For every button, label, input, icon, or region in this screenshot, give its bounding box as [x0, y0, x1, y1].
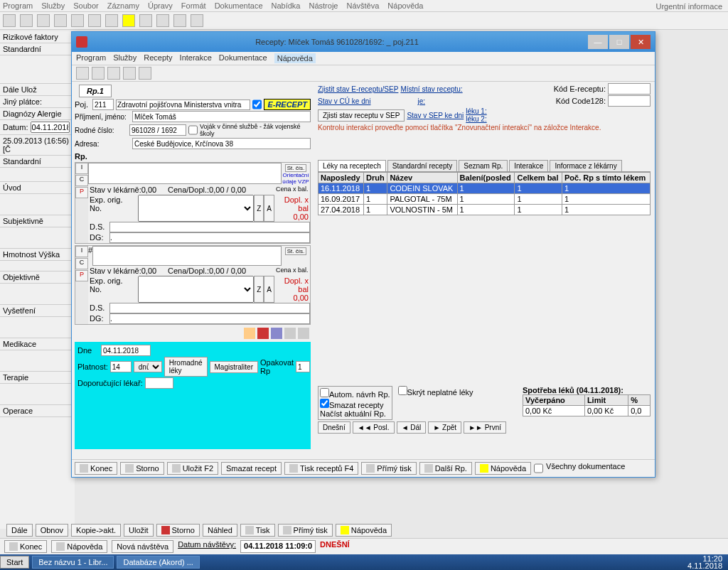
tisk-receptu-button[interactable]: Tisk receptů F4 — [284, 462, 358, 475]
stav-cu-link[interactable]: Stav v CÚ ke dni — [318, 97, 370, 105]
b-nahled[interactable]: Náhled — [203, 524, 237, 537]
col-naposledy[interactable]: Naposledy — [318, 173, 364, 183]
dmenu-interakce[interactable]: Interakce — [180, 53, 212, 63]
risk-tab[interactable]: Rizikové faktory — [0, 31, 75, 43]
b-kopie[interactable]: Kopie->akt. — [71, 524, 121, 537]
tool-icon-2[interactable] — [20, 14, 33, 27]
menu-soubor[interactable]: Soubor — [73, 1, 98, 10]
menu-sluzby[interactable]: Služby — [41, 1, 65, 10]
tool-c-icon[interactable] — [271, 328, 282, 339]
tool-d-icon[interactable] — [284, 328, 296, 339]
start-button[interactable]: Start — [0, 556, 29, 569]
primy-tisk-button[interactable]: Přímý tisk — [361, 462, 416, 475]
rp2-i-btn[interactable]: I — [75, 246, 88, 257]
rp2-drug-input[interactable] — [92, 246, 282, 266]
tool-a-icon[interactable] — [244, 328, 255, 339]
s-napoveda[interactable]: Nápověda — [51, 540, 107, 553]
smazat-check[interactable] — [320, 399, 329, 408]
obj-section[interactable]: Objektivně — [0, 271, 75, 284]
erecept-check[interactable] — [252, 99, 262, 110]
smazat-recept-button[interactable]: Smazat recept — [221, 462, 282, 475]
vojak-check[interactable] — [188, 124, 198, 136]
table-row[interactable]: 16.11.20181CODEIN SLOVAK111 — [318, 183, 651, 194]
maximize-button[interactable]: □ — [609, 35, 629, 49]
task-akord[interactable]: Databáze (Akord) ... — [117, 556, 199, 569]
rp1-drug-input[interactable] — [88, 163, 282, 184]
a-btn-2[interactable]: A — [264, 276, 274, 303]
dmenu-sluzby[interactable]: Služby — [113, 53, 136, 63]
tab-standard[interactable]: Standardní recepty — [387, 160, 458, 171]
rp1-c-btn[interactable]: C — [75, 175, 88, 186]
konec-button[interactable]: Konec — [75, 462, 117, 475]
ter-section[interactable]: Terapie — [0, 372, 75, 384]
zjisti-rec-btn[interactable]: Zjisti stav receptu v SEP — [318, 109, 405, 122]
dtool-5[interactable] — [139, 67, 151, 80]
menu-format[interactable]: Formát — [181, 1, 206, 10]
nav-dnesni[interactable]: Dnešní — [318, 421, 350, 434]
med-section[interactable]: Medikace — [0, 338, 75, 350]
zjistit-sep-link[interactable]: Zjistit stav E-receptu/SEP — [318, 85, 398, 93]
kod-128-input[interactable] — [608, 95, 651, 107]
menu-upravy[interactable]: Úpravy — [148, 1, 173, 10]
close-button[interactable]: ✕ — [631, 35, 651, 49]
subj-section[interactable]: Subjektivně — [0, 215, 75, 227]
dtool-2[interactable] — [92, 67, 105, 80]
mistni-link[interactable]: Místní stav receptu: — [400, 85, 462, 93]
tool-e-icon[interactable] — [298, 328, 309, 339]
rp2-p-btn[interactable]: P — [75, 270, 88, 281]
magistr-btn[interactable]: Magistraliter — [210, 361, 258, 373]
minimize-button[interactable]: — — [588, 35, 608, 49]
stav-sep-link[interactable]: Stav v SEP ke dni — [407, 112, 464, 119]
dmenu-recepty[interactable]: Recepty — [144, 53, 172, 63]
menu-napoveda[interactable]: Nápověda — [387, 1, 423, 10]
adresa-input[interactable] — [132, 138, 311, 149]
tab-interakce[interactable]: Interakce — [509, 160, 548, 171]
col-poc[interactable]: Poč. Rp s tímto lékem — [562, 173, 650, 183]
s-nova[interactable]: Nová návštěva — [112, 540, 173, 553]
stcis-btn-2[interactable]: St. čís. — [285, 247, 306, 255]
dg-input-1[interactable] — [109, 232, 310, 243]
b-napoveda[interactable]: Nápověda — [336, 524, 392, 537]
nav-posl[interactable]: ◄◄ Posl. — [353, 421, 395, 434]
dg-input-2[interactable] — [109, 313, 310, 324]
a-btn-1[interactable]: A — [264, 195, 274, 222]
rp1-i-btn[interactable]: I — [75, 163, 88, 174]
nav-dal[interactable]: ◄ Dál — [397, 421, 427, 434]
alerg-tab[interactable]: Alergie — [37, 109, 61, 118]
tool-icon-12[interactable] — [191, 14, 203, 27]
dale-btn[interactable]: Dále — [3, 85, 19, 94]
nacist-label[interactable]: Načíst aktuální Rp. — [320, 409, 390, 418]
table-row[interactable]: 27.04.20181VOLNOSTIN - 5M111 — [318, 205, 651, 215]
tool-icon-6[interactable] — [88, 14, 101, 27]
urgent-info[interactable]: Urgentní informace — [655, 2, 722, 11]
menu-navsteva[interactable]: Návštěva — [346, 1, 379, 10]
tool-icon-7[interactable] — [105, 14, 118, 27]
plus-icon[interactable] — [257, 328, 269, 339]
b-primy[interactable]: Přímý tisk — [278, 524, 333, 537]
b-tisk[interactable]: Tisk — [240, 524, 275, 537]
tool-icon-1[interactable] — [3, 14, 16, 27]
dopor-input[interactable] — [145, 377, 173, 389]
dmenu-program[interactable]: Program — [76, 53, 106, 63]
vsechny-check[interactable] — [534, 462, 543, 475]
tool-icon-3[interactable] — [37, 14, 50, 27]
menu-nabidka[interactable]: Nabídka — [272, 1, 301, 10]
tool-icon-5[interactable] — [71, 14, 84, 27]
uloz-btn[interactable]: Ulož — [21, 85, 37, 94]
b-ulozit[interactable]: Uložit — [124, 524, 154, 537]
dne-input[interactable] — [101, 345, 151, 356]
ulozit-button[interactable]: Uložit F2 — [167, 462, 218, 475]
rp2-c-btn[interactable]: C — [75, 258, 88, 269]
tool-icon-11[interactable] — [173, 14, 186, 27]
rp1-p-btn[interactable]: P — [75, 187, 88, 198]
vys-section[interactable]: Vyšetření — [0, 305, 75, 317]
s-konec[interactable]: Konec — [4, 540, 47, 553]
napoveda-button[interactable]: Nápověda — [475, 462, 531, 475]
col-celkem[interactable]: Celkem bal — [515, 173, 562, 183]
col-nazev[interactable]: Název — [387, 173, 457, 183]
exp-select-1[interactable] — [138, 195, 254, 222]
skryt-check[interactable] — [398, 386, 407, 395]
z-btn-2[interactable]: Z — [254, 276, 264, 303]
tab-info[interactable]: Informace z lékárny — [550, 160, 621, 171]
eye-icon[interactable] — [107, 67, 120, 80]
